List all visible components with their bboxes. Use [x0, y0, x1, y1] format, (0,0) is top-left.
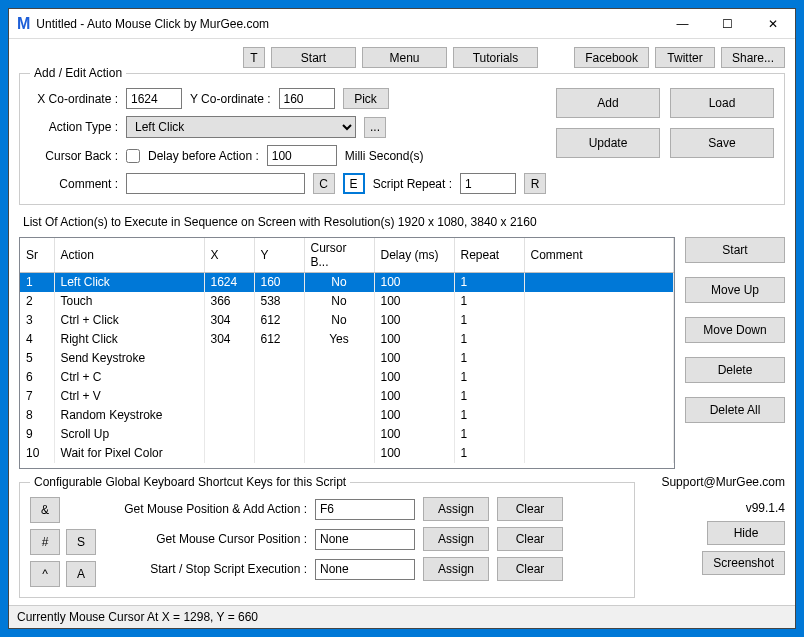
- cell-sr: 1: [20, 273, 54, 292]
- cell-action: Touch: [54, 292, 204, 311]
- amp-button[interactable]: &: [30, 497, 60, 523]
- table-row[interactable]: 1Left Click1624160No1001: [20, 273, 674, 292]
- table-row[interactable]: 4Right Click304612Yes1001: [20, 330, 674, 349]
- app-window: M Untitled - Auto Mouse Click by MurGee.…: [8, 8, 796, 629]
- cell-cursor: No: [304, 273, 374, 292]
- clear-3-button[interactable]: Clear: [497, 557, 563, 581]
- r-button[interactable]: R: [524, 173, 546, 194]
- x-label: X Co-ordinate :: [30, 92, 118, 106]
- delete-button[interactable]: Delete: [685, 357, 785, 383]
- caret-button[interactable]: ^: [30, 561, 60, 587]
- cell-comment: [524, 330, 674, 349]
- table-row[interactable]: 3Ctrl + Click304612No1001: [20, 311, 674, 330]
- cell-y: [254, 349, 304, 368]
- table-row[interactable]: 5Send Keystroke1001: [20, 349, 674, 368]
- cell-y: 160: [254, 273, 304, 292]
- x-input[interactable]: [126, 88, 182, 109]
- save-button[interactable]: Save: [670, 128, 774, 158]
- action-type-select[interactable]: Left Click: [126, 116, 356, 138]
- cell-cursor: [304, 444, 374, 463]
- col-repeat[interactable]: Repeat: [454, 238, 524, 273]
- add-button[interactable]: Add: [556, 88, 660, 118]
- col-comment[interactable]: Comment: [524, 238, 674, 273]
- cell-repeat: 1: [454, 292, 524, 311]
- cell-delay: 100: [374, 330, 454, 349]
- e-button[interactable]: E: [343, 173, 365, 194]
- script-repeat-input[interactable]: [460, 173, 516, 194]
- maximize-button[interactable]: ☐: [705, 10, 750, 38]
- start-toolbar-button[interactable]: Start: [271, 47, 356, 68]
- start-script-button[interactable]: Start: [685, 237, 785, 263]
- pick-button[interactable]: Pick: [343, 88, 389, 109]
- cell-comment: [524, 387, 674, 406]
- twitter-button[interactable]: Twitter: [655, 47, 715, 68]
- col-sr[interactable]: Sr: [20, 238, 54, 273]
- hash-button[interactable]: #: [30, 529, 60, 555]
- table-row[interactable]: 6Ctrl + C1001: [20, 368, 674, 387]
- minimize-button[interactable]: —: [660, 10, 705, 38]
- table-row[interactable]: 9Scroll Up1001: [20, 425, 674, 444]
- cell-x: [204, 406, 254, 425]
- delay-unit: Milli Second(s): [345, 149, 424, 163]
- cell-comment: [524, 273, 674, 292]
- cell-sr: 4: [20, 330, 54, 349]
- col-cursor[interactable]: Cursor B...: [304, 238, 374, 273]
- delete-all-button[interactable]: Delete All: [685, 397, 785, 423]
- s-button[interactable]: S: [66, 529, 96, 555]
- col-x[interactable]: X: [204, 238, 254, 273]
- cell-cursor: [304, 349, 374, 368]
- menu-button[interactable]: Menu: [362, 47, 447, 68]
- c-button[interactable]: C: [313, 173, 335, 194]
- actions-table[interactable]: Sr Action X Y Cursor B... Delay (ms) Rep…: [19, 237, 675, 469]
- clear-1-button[interactable]: Clear: [497, 497, 563, 521]
- table-row[interactable]: 8Random Keystroke1001: [20, 406, 674, 425]
- assign-1-button[interactable]: Assign: [423, 497, 489, 521]
- move-up-button[interactable]: Move Up: [685, 277, 785, 303]
- col-delay[interactable]: Delay (ms): [374, 238, 454, 273]
- cell-cursor: Yes: [304, 330, 374, 349]
- cell-y: [254, 387, 304, 406]
- assign-3-button[interactable]: Assign: [423, 557, 489, 581]
- cursor-back-checkbox[interactable]: [126, 149, 140, 163]
- update-button[interactable]: Update: [556, 128, 660, 158]
- cell-cursor: [304, 406, 374, 425]
- table-row[interactable]: 2Touch366538No1001: [20, 292, 674, 311]
- hide-button[interactable]: Hide: [707, 521, 785, 545]
- close-button[interactable]: ✕: [750, 10, 795, 38]
- cell-comment: [524, 444, 674, 463]
- cell-sr: 10: [20, 444, 54, 463]
- cell-x: 366: [204, 292, 254, 311]
- assign-2-button[interactable]: Assign: [423, 527, 489, 551]
- startstop-input[interactable]: [315, 559, 415, 580]
- action-type-more-button[interactable]: ...: [364, 117, 386, 138]
- move-down-button[interactable]: Move Down: [685, 317, 785, 343]
- cell-repeat: 1: [454, 425, 524, 444]
- getposadd-input[interactable]: [315, 499, 415, 520]
- status-bar: Currently Mouse Cursor At X = 1298, Y = …: [9, 605, 795, 628]
- t-button[interactable]: T: [243, 47, 265, 68]
- cell-sr: 7: [20, 387, 54, 406]
- col-action[interactable]: Action: [54, 238, 204, 273]
- share-button[interactable]: Share...: [721, 47, 785, 68]
- table-row[interactable]: 7Ctrl + V1001: [20, 387, 674, 406]
- comment-input[interactable]: [126, 173, 305, 194]
- facebook-button[interactable]: Facebook: [574, 47, 649, 68]
- shortcuts-fieldset: Configurable Global Keyboard Shortcut Ke…: [19, 475, 635, 598]
- support-link[interactable]: Support@MurGee.com: [661, 475, 785, 489]
- load-button[interactable]: Load: [670, 88, 774, 118]
- list-label: List Of Action(s) to Execute in Sequence…: [23, 215, 785, 229]
- table-header[interactable]: Sr Action X Y Cursor B... Delay (ms) Rep…: [20, 238, 674, 273]
- tutorials-button[interactable]: Tutorials: [453, 47, 538, 68]
- cell-action: Ctrl + V: [54, 387, 204, 406]
- delay-input[interactable]: [267, 145, 337, 166]
- screenshot-button[interactable]: Screenshot: [702, 551, 785, 575]
- cell-x: [204, 368, 254, 387]
- cell-repeat: 1: [454, 444, 524, 463]
- comment-label: Comment :: [30, 177, 118, 191]
- clear-2-button[interactable]: Clear: [497, 527, 563, 551]
- getpos-input[interactable]: [315, 529, 415, 550]
- col-y[interactable]: Y: [254, 238, 304, 273]
- table-row[interactable]: 10Wait for Pixel Color1001: [20, 444, 674, 463]
- a-button[interactable]: A: [66, 561, 96, 587]
- y-input[interactable]: [279, 88, 335, 109]
